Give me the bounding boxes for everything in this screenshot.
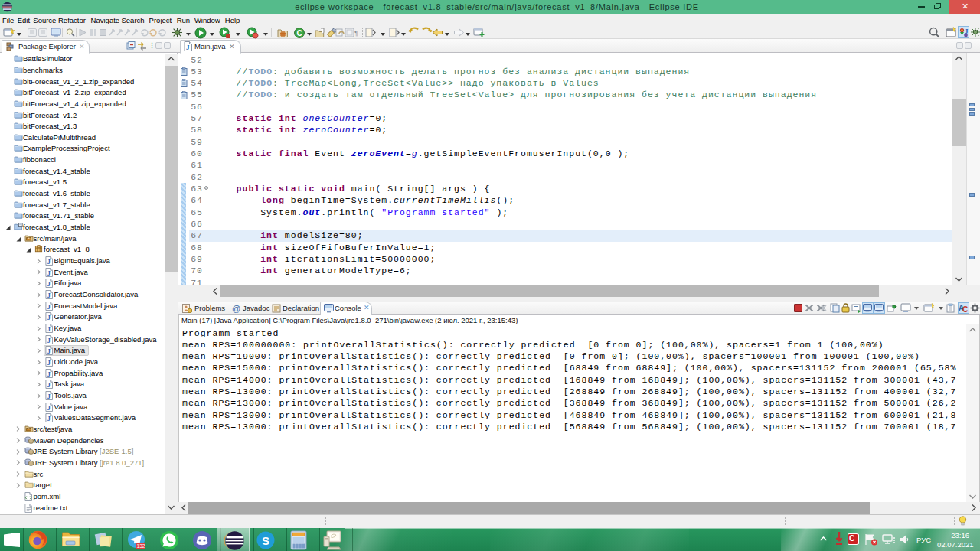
svg-text:@: @ [232, 304, 240, 313]
svg-text:J: J [47, 393, 50, 400]
svg-text:J: J [186, 44, 190, 51]
svg-text:J: J [47, 303, 50, 310]
svg-text:J: J [47, 382, 50, 389]
svg-text:J: J [47, 337, 50, 344]
svg-text:J: J [47, 315, 50, 321]
svg-text:J: J [47, 269, 50, 276]
svg-text:J: J [47, 404, 50, 411]
svg-text:J: J [47, 281, 50, 288]
svg-text:J: J [47, 370, 50, 377]
svg-text:J: J [47, 292, 50, 299]
svg-text:S: S [262, 534, 270, 547]
svg-text:J: J [47, 326, 50, 333]
svg-text:J: J [47, 416, 50, 422]
svg-text:132: 132 [137, 543, 145, 549]
svg-text:J: J [47, 348, 50, 355]
svg-text:C: C [296, 29, 302, 37]
svg-text:J: J [47, 360, 50, 367]
svg-text:J: J [47, 259, 50, 266]
svg-text:C: C [962, 305, 968, 313]
